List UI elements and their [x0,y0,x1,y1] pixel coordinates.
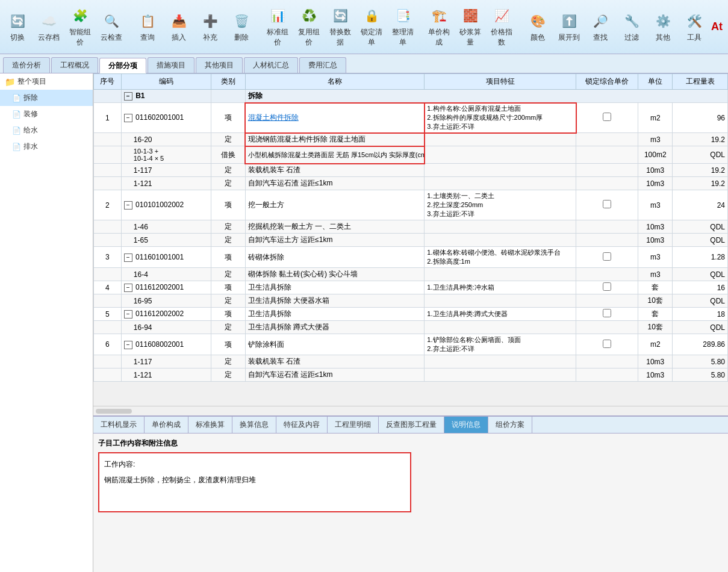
bottom-tab-group-plan[interactable]: 组价方案 [488,417,532,433]
tab-project-overview[interactable]: 工程概况 [51,57,98,73]
row3-collapse[interactable]: − [124,253,132,262]
toolbar-standard-group[interactable]: 📊 标准组价 [263,4,292,50]
cloud-check-icon: 🔍 [102,11,121,31]
cell-locked[interactable] [576,103,638,133]
row4-collapse[interactable]: − [124,284,132,292]
sidebar-item-decoration[interactable]: 📄 装修 [0,106,93,122]
cell-type: 借换 [211,146,245,164]
cell-type: 定 [211,355,245,368]
drainage-icon: 📄 [12,143,21,151]
cell-locked[interactable] [576,190,638,220]
cell-type: 定 [211,177,245,190]
bottom-content-area: 子目工作内容和附注信息 工作内容: 钢筋混凝土拆除，控制扬尘，废渣废料清理归堆 [93,434,728,572]
row2-collapse[interactable]: − [124,201,132,210]
cell-locked[interactable] [576,334,638,355]
toolbar-price-index[interactable]: 📈 价格指数 [487,4,516,50]
tab-sub-items[interactable]: 分部分项 [99,58,146,73]
bottom-tab-feature-content[interactable]: 特征及内容 [276,417,328,433]
toolbar-query[interactable]: 📋 查询 [133,4,162,50]
sidebar-item-water-supply[interactable]: 📄 给水 [0,122,93,138]
sidebar-item-dismantle[interactable]: 📄 拆除 [0,90,93,106]
toolbar-organize-list[interactable]: 📑 整理清单 [388,4,417,50]
cell-locked[interactable] [576,247,638,268]
toolbar-lock-list[interactable]: 🔒 锁定清单 [357,4,386,50]
tab-cost-summary[interactable]: 费用汇总 [299,57,346,73]
cell-name: 自卸汽车运石渣 运距≤1km [245,177,425,190]
toolbar-insert[interactable]: 📥 插入 [164,4,193,50]
toolbar-expand[interactable]: ⬆️ 展开到 [555,4,583,50]
cell-name: 挖一般土方 [245,190,425,220]
col-header-name: 名称 [245,74,425,90]
main-tabs-bar: 造价分析 工程概况 分部分项 措施项目 其他项目 人材机汇总 费用汇总 [0,54,728,73]
table-row[interactable]: 16-95 定 卫生洁具拆除 大便器水箱 10套 QDL [94,294,728,308]
sidebar-root[interactable]: 📁 整个项目 [0,73,93,90]
cell-name: 砖砌体拆除 [245,247,425,268]
cell-locked[interactable] [576,281,638,294]
toolbar-tools[interactable]: 🛠️ 工具 [680,4,709,50]
table-row[interactable]: 2 − 010101002002 项 挖一般土方 1.土壤类别:一、二类土 2.… [94,190,728,220]
table-row[interactable]: 1-117 定 装载机装车 石渣 10m3 5.80 [94,355,728,368]
sidebar-item-drainage[interactable]: 📄 排水 [0,138,93,155]
toolbar-filter[interactable]: 🔧 过滤 [617,4,646,50]
toolbar-unit-compose[interactable]: 🏗️ 单价构成 [425,4,453,50]
cell-code: 10-1-3 +10-1-4 × 5 [121,146,211,164]
reuse-group-icon: ♻️ [299,7,319,25]
table-row[interactable]: 5 − 011612002002 项 卫生洁具拆除 1.卫生洁具种类:蹲式大便器… [94,308,728,321]
table-row[interactable]: 1-65 定 自卸汽车运土方 运距≤1km 10m3 QDL [94,234,728,247]
row1-collapse[interactable]: − [124,114,132,122]
h-scroll-thumb[interactable] [96,409,132,414]
table-row[interactable]: 1-117 定 装载机装车 石渣 10m3 19.2 [94,164,728,177]
h-scroll-bar[interactable] [93,406,728,415]
table-row[interactable]: 1-121 定 自卸汽车运石渣 运距≤1km 10m3 19.2 [94,177,728,190]
bottom-tab-labor-material[interactable]: 工料机显示 [93,417,145,433]
toolbar-supplement[interactable]: ➕ 补充 [196,4,225,50]
toolbar-find[interactable]: 🔎 查找 [586,4,615,50]
tab-measure-items[interactable]: 措施项目 [148,57,194,73]
table-row[interactable]: 16-94 定 卫生洁具拆除 蹲式大便器 10套 QDL [94,321,728,334]
bottom-tab-calc-info[interactable]: 换算信息 [232,417,276,433]
toolbar-cloud-check[interactable]: 🔍 云检查 [97,4,126,50]
expand-icon: ⬆️ [559,11,579,31]
table-row[interactable]: 10-1-3 +10-1-4 × 5 借换 小型机械拆除混凝土类路面层 无筋 厚… [94,146,728,164]
tab-cost-analysis[interactable]: 造价分析 [3,57,50,73]
toolbar-color[interactable]: 🎨 颜色 [523,4,552,50]
table-row[interactable]: 3 − 011601001001 项 砖砌体拆除 1.砌体名称:砖砌小便池、砖砌… [94,247,728,268]
tab-labor-material[interactable]: 人材机汇总 [244,57,298,73]
bottom-tab-quantity-detail[interactable]: 工程里明细 [328,417,379,433]
table-row[interactable]: 1 − 011602001001 项 混凝土构件拆除 1.构件名称:公厕原有混凝… [94,103,728,133]
bottom-tab-check-drawing[interactable]: 反查图形工程量 [379,417,444,433]
cell-unit: 10m3 [638,355,673,368]
toolbar-delete[interactable]: 🗑️ 删除 [227,4,256,50]
toolbar-other[interactable]: ⚙️ 其他 [649,4,677,50]
table-row[interactable]: 1-121 定 自卸汽车运石渣 运距≤1km 10m3 5.80 [94,368,728,382]
toolbar-switch[interactable]: 🔄 切换 [3,4,32,50]
cell-type: 定 [211,321,245,334]
table-row[interactable]: 6 − 011608002001 项 铲除涂料面 1.铲除部位名称:公厕墙面、顶… [94,334,728,355]
section-b1-seq [94,90,122,103]
table-header-row: 序号 编码 类别 名称 项目特征 锁定综合单价 单位 工程量表 [94,74,728,90]
cell-code: 1-117 [121,355,211,368]
work-content-box: 工作内容: 钢筋混凝土拆除，控制扬尘，废渣废料清理归堆 [98,452,411,512]
cell-seq: 4 [94,281,122,294]
cell-seq [94,234,122,247]
toolbar-smart-group[interactable]: 🧩 智能组价 [66,4,95,50]
bottom-tab-unit-compose[interactable]: 单价构成 [145,417,188,433]
row5-collapse[interactable]: − [124,310,132,319]
bottom-tab-description[interactable]: 说明信息 [444,417,488,433]
row6-collapse[interactable]: − [124,341,132,349]
bottom-tab-standard-calc[interactable]: 标准换算 [188,417,232,433]
section-b1-collapse[interactable]: − [124,92,132,101]
toolbar-mortar-calc[interactable]: 🧱 砂浆算量 [456,4,485,50]
table-area[interactable]: 序号 编码 类别 名称 项目特征 锁定综合单价 单位 工程量表 [93,73,728,406]
tab-other-items[interactable]: 其他项目 [196,57,243,73]
toolbar-cloud-save[interactable]: ☁️ 云存档 [34,4,63,50]
table-row[interactable]: 1-46 定 挖掘机挖装一般土方 一、二类土 10m3 QDL [94,220,728,234]
toolbar-replace-data[interactable]: 🔄 替换数据 [326,4,355,50]
table-row[interactable]: 16-20 定 现浇钢筋混凝土构件拆除 混凝土地面 m3 19.2 [94,133,728,146]
cell-code: 16-94 [121,321,211,334]
toolbar-reuse-group[interactable]: ♻️ 复用组价 [294,4,323,50]
table-row[interactable]: 16-4 定 砌体拆除 黏土砖(实心砖) 实心斗墙 m3 QDL [94,268,728,281]
cell-locked[interactable] [576,308,638,321]
table-row[interactable]: 4 − 011612002001 项 卫生洁具拆除 1.卫生洁具种类:冲水箱 套… [94,281,728,294]
cell-seq [94,177,122,190]
